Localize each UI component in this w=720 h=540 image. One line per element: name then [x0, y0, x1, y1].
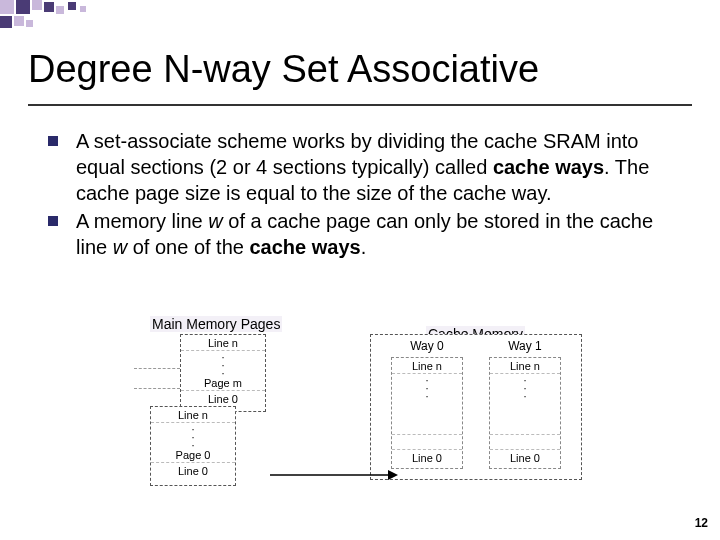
- arrow-icon: [270, 460, 400, 490]
- empty-line: [490, 434, 560, 450]
- way0-label: Way 0: [391, 339, 463, 353]
- memory-page-0: Line n ··· Page 0 Line 0: [150, 406, 236, 486]
- bullet-item: A set-associate scheme works by dividing…: [48, 128, 668, 206]
- bullet-text: A set-associate scheme works by dividing…: [76, 128, 668, 206]
- line-label: Line n: [392, 358, 462, 374]
- memory-page-m: Line n ··· Page m Line 0: [180, 334, 266, 412]
- decorative-corner: [0, 0, 200, 40]
- line-label: Line 0: [151, 463, 235, 479]
- slide-title: Degree N-way Set Associative: [28, 48, 539, 91]
- main-memory-label: Main Memory Pages: [150, 316, 282, 332]
- svg-marker-1: [388, 470, 398, 480]
- line-label: Line 0: [490, 450, 560, 466]
- page-number: 12: [695, 516, 708, 530]
- diagram: Main Memory Pages Line n ··· Page m Line…: [120, 320, 620, 510]
- cache-way-1: Line n ··· Line 0: [489, 357, 561, 469]
- dots: ···: [181, 351, 265, 375]
- line-label: Line 0: [392, 450, 462, 466]
- bullet-item: A memory line w of a cache page can only…: [48, 208, 668, 260]
- cache-way-0: Line n ··· Line 0: [391, 357, 463, 469]
- page-label: Page m: [181, 375, 265, 391]
- title-underline: [28, 104, 692, 106]
- cache-memory-box: Way 0 Way 1 Line n ··· Line 0 Line n ···…: [370, 334, 582, 480]
- dots: ···: [490, 374, 560, 434]
- line-label: Line n: [151, 407, 235, 423]
- bullet-icon: [48, 136, 58, 146]
- empty-line: [392, 434, 462, 450]
- way1-label: Way 1: [489, 339, 561, 353]
- dots: ···: [392, 374, 462, 434]
- line-label: Line n: [490, 358, 560, 374]
- dots: ···: [151, 423, 235, 447]
- content-area: A set-associate scheme works by dividing…: [48, 128, 668, 262]
- page-label: Page 0: [151, 447, 235, 463]
- bullet-text: A memory line w of a cache page can only…: [76, 208, 668, 260]
- line-label: Line n: [181, 335, 265, 351]
- line-label: Line 0: [181, 391, 265, 407]
- bullet-icon: [48, 216, 58, 226]
